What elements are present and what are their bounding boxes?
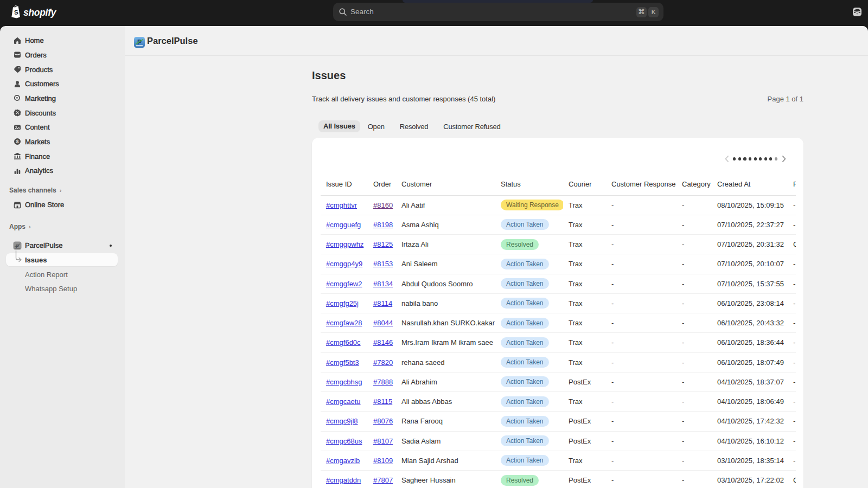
svg-text:S: S (14, 9, 19, 16)
svg-text:$: $ (16, 139, 18, 145)
